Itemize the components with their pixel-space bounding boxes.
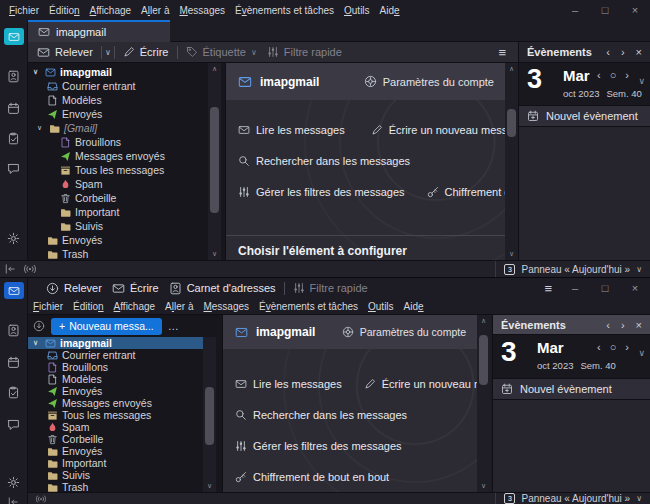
link-read-messages[interactable]: Lire les messages [238, 124, 345, 136]
new-event-button[interactable]: Nouvel évènement [519, 106, 650, 127]
main-scrollbar-top[interactable]: ∧ ∨ [505, 63, 518, 260]
get-messages-dropdown[interactable]: ∨ [105, 48, 111, 57]
folder-row-envoyes[interactable]: Envoyés [28, 233, 209, 247]
today-pane-toggle[interactable]: 3 Panneau « Aujourd'hui » ∨ [495, 493, 642, 504]
menu-item-evenements-et-taches[interactable]: Évènements et tâches [230, 5, 339, 16]
today-pane-toggle[interactable]: 3 Panneau « Aujourd'hui » ∨ [495, 261, 642, 277]
get-messages-button[interactable]: Relever [41, 279, 107, 298]
tag-button[interactable]: Étiquette ∨ [181, 43, 262, 62]
address-book-space[interactable] [7, 324, 20, 339]
menu-item-outils[interactable]: Outils [339, 5, 375, 16]
settings-space[interactable] [7, 232, 20, 247]
menu-item-aller-a[interactable]: Aller à [136, 5, 174, 16]
chat-space[interactable] [7, 418, 20, 433]
menu-item-outils[interactable]: Outils [363, 301, 399, 312]
menu-item-evenements-et-taches[interactable]: Évènements et tâches [254, 301, 363, 312]
folder-row-suivis[interactable]: Suivis [28, 469, 206, 481]
twisty-icon[interactable]: ∨ [30, 68, 41, 76]
folder-row-messages-envoyes[interactable]: Messages envoyés [28, 149, 209, 163]
maximize-button[interactable]: □ [590, 0, 620, 20]
scrollbar-thumb[interactable] [479, 335, 488, 385]
link-write-message[interactable]: Écrire un nouveau message [364, 378, 490, 390]
scroll-up-icon[interactable]: ∧ [505, 65, 518, 73]
address-book-space[interactable] [7, 70, 20, 85]
folder-row-imapgmail[interactable]: ∨imapgmail [28, 337, 206, 349]
folder-row-brouillons[interactable]: Brouillons [28, 361, 206, 373]
mail-space-active[interactable] [4, 28, 24, 45]
scroll-down-icon[interactable]: ∨ [203, 482, 216, 490]
new-event-button[interactable]: Nouvel évènement [493, 379, 650, 400]
link-search-messages[interactable]: Rechercher dans les messages [238, 155, 410, 167]
link-read-messages[interactable]: Lire les messages [235, 378, 342, 390]
folder-row-courrier-entrant[interactable]: Courrier entrant [28, 349, 206, 361]
folder-row-important[interactable]: Important [28, 457, 206, 469]
collapse-folderpane-icon[interactable] [4, 263, 16, 275]
maximize-button[interactable]: □ [590, 278, 620, 298]
link-message-filters[interactable]: Gérer les filtres des messages [238, 186, 405, 198]
events-prev-button[interactable]: ‹ [606, 46, 610, 58]
address-book-button[interactable]: Carnet d'adresses [164, 279, 281, 298]
get-messages-icon[interactable] [33, 320, 45, 332]
day-today-button[interactable]: ○ [610, 341, 617, 353]
date-expander-icon[interactable]: ∨ [638, 348, 645, 358]
folder-row-important[interactable]: Important [28, 205, 209, 219]
folder-scrollbar-top[interactable]: ∧ ∨ [208, 63, 221, 260]
get-messages-button[interactable]: Relever [32, 43, 98, 62]
write-button[interactable]: Écrire [118, 43, 174, 62]
folder-row-tous-les-messages[interactable]: Tous les messages [28, 409, 206, 421]
folder-row-trash[interactable]: Trash [28, 481, 206, 492]
scroll-down-icon[interactable]: ∨ [208, 250, 221, 258]
account-settings-button[interactable]: Paramètres du compte [364, 75, 506, 88]
menu-item-edition[interactable]: Édition [68, 301, 109, 312]
main-scrollbar-bottom[interactable]: ∧ ∨ [477, 315, 490, 492]
collapse-folderpane-icon[interactable] [7, 496, 19, 504]
menu-item-affichage[interactable]: Affichage [85, 5, 137, 16]
folder-row-modeles[interactable]: Modèles [28, 373, 206, 385]
folder-row-imapgmail[interactable]: ∨imapgmail [28, 65, 209, 79]
folder-row-messages-envoyes[interactable]: Messages envoyés [28, 397, 206, 409]
events-close-button[interactable]: × [636, 319, 642, 331]
folder-row-gmail[interactable]: ∨[Gmail] [28, 121, 209, 135]
link-write-message[interactable]: Écrire un nouveau message [371, 124, 518, 136]
tasks-space[interactable] [7, 132, 20, 147]
minimize-button[interactable]: – [560, 278, 590, 298]
day-next-button[interactable]: › [625, 341, 629, 353]
folder-row-trash[interactable]: Trash [28, 247, 209, 260]
date-expander-icon[interactable]: ∨ [638, 76, 645, 86]
settings-space[interactable] [7, 476, 20, 491]
folder-row-tous-les-messages[interactable]: Tous les messages [28, 163, 209, 177]
menu-item-edition[interactable]: Édition [44, 5, 85, 16]
day-prev-button[interactable]: ‹ [597, 341, 601, 353]
folder-row-courrier-entrant[interactable]: Courrier entrant [28, 79, 209, 93]
menu-item-messages[interactable]: Messages [174, 5, 230, 16]
menu-item-affichage[interactable]: Affichage [109, 301, 161, 312]
write-button[interactable]: Écrire [107, 279, 164, 298]
link-e2e-encryption[interactable]: Chiffrement de bout en bout [235, 471, 389, 483]
menu-item-fichier[interactable]: Fichier [28, 301, 68, 312]
scrollbar-thumb[interactable] [205, 387, 214, 445]
calendar-space[interactable] [7, 356, 20, 371]
twisty-icon[interactable]: ∨ [30, 339, 41, 347]
folder-pane-options-button[interactable]: … [168, 320, 180, 332]
tasks-space[interactable] [7, 386, 20, 401]
chat-space[interactable] [7, 162, 20, 177]
scroll-down-icon[interactable]: ∨ [477, 482, 490, 490]
scroll-down-icon[interactable]: ∨ [505, 250, 518, 258]
account-settings-button[interactable]: Paramètres du compte [342, 326, 478, 338]
folder-row-envoyes[interactable]: Envoyés [28, 107, 209, 121]
folder-scrollbar-bottom[interactable]: ∨ [203, 337, 216, 492]
menu-item-aide[interactable]: Aide [375, 5, 405, 16]
day-prev-button[interactable]: ‹ [597, 69, 601, 81]
scrollbar-thumb[interactable] [507, 109, 516, 137]
close-button[interactable]: × [620, 278, 650, 298]
folder-row-spam[interactable]: Spam [28, 177, 209, 191]
day-next-button[interactable]: › [625, 69, 629, 81]
events-next-button[interactable]: › [621, 46, 625, 58]
app-menu-button[interactable]: ≡ [536, 281, 560, 296]
folder-row-brouillons[interactable]: Brouillons [28, 135, 209, 149]
tab-imapgmail[interactable]: imapgmail [28, 20, 170, 42]
menu-item-fichier[interactable]: Fichier [4, 5, 44, 16]
events-close-button[interactable]: × [636, 46, 642, 58]
app-menu-button[interactable]: ≡ [490, 45, 514, 60]
link-search-messages[interactable]: Rechercher dans les messages [235, 409, 407, 421]
